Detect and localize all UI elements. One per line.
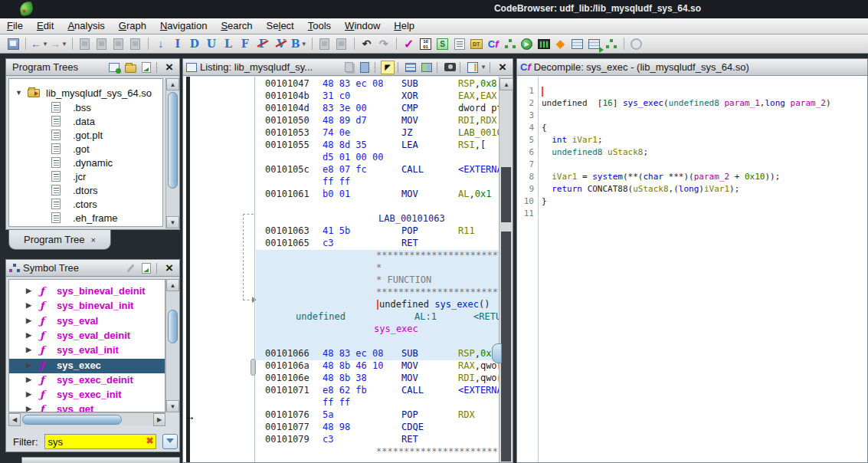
symbol-item-sys_eval_deinit[interactable]: ▶ƒsys_eval_deinit bbox=[9, 329, 165, 343]
tab-program-tree[interactable]: Program Tree × bbox=[8, 230, 111, 250]
expand-arrow-icon[interactable]: ▶ bbox=[26, 376, 31, 383]
menu-graph[interactable]: Graph bbox=[112, 18, 153, 34]
edit-pencil-icon[interactable] bbox=[123, 261, 137, 275]
letter-v-strike-icon[interactable]: V bbox=[273, 36, 290, 51]
menu-search[interactable]: Search bbox=[214, 18, 259, 34]
program-trees-header[interactable]: Program Trees × bbox=[6, 59, 179, 76]
menu-tools[interactable]: Tools bbox=[301, 18, 338, 34]
letter-u-icon[interactable]: U bbox=[204, 36, 219, 51]
edit-fields-icon[interactable] bbox=[404, 61, 418, 74]
decompile-header[interactable]: Cf Decompile: sys_exec - (lib_mysqludf_s… bbox=[517, 59, 867, 76]
menu-edit[interactable]: Edit bbox=[30, 18, 61, 34]
new-tree-icon[interactable] bbox=[107, 61, 121, 74]
decompile-line[interactable]: 1 bbox=[517, 86, 867, 98]
run-icon[interactable]: ▶ bbox=[519, 36, 535, 51]
page-arrow-icon-2[interactable] bbox=[94, 36, 110, 51]
listing-row[interactable]: * FUNCTION bbox=[256, 274, 499, 287]
listing-row[interactable]: ff ff bbox=[256, 397, 499, 409]
refresh-doc-icon-1[interactable] bbox=[317, 36, 332, 51]
listing-row[interactable]: undefinedAL:1<RETURN> bbox=[256, 311, 499, 323]
decompile-line[interactable]: 5 int iVar1; bbox=[517, 135, 867, 147]
decompile-line[interactable]: 3 bbox=[517, 110, 867, 123]
listing-row[interactable]: 00101065c3RET bbox=[256, 238, 499, 250]
diff-view-icon[interactable] bbox=[420, 61, 434, 74]
letter-b-icon[interactable]: B▼ bbox=[291, 36, 307, 51]
validate-check-icon[interactable]: ✓ bbox=[401, 36, 417, 51]
copy-icon[interactable] bbox=[342, 61, 355, 74]
listing-row[interactable]: 0010104d83 3e 00CMPdword ptr [RSI] bbox=[256, 103, 499, 115]
menu-window[interactable]: Window bbox=[338, 18, 387, 34]
save-icon[interactable] bbox=[5, 36, 21, 51]
listing-row[interactable]: 001010765aPOPRDX bbox=[256, 409, 499, 422]
export-symbols-icon[interactable] bbox=[139, 261, 153, 275]
listing-row[interactable]: 0010104748 83 ec 08SUBRSP,0x8 bbox=[256, 78, 499, 90]
expand-arrow-icon[interactable]: ▶ bbox=[26, 331, 31, 339]
expand-arrow-icon[interactable]: ▶ bbox=[26, 317, 31, 324]
listing-row[interactable]: **************************** bbox=[256, 287, 499, 299]
scrollbar-thumb[interactable] bbox=[168, 310, 178, 343]
filter-input[interactable] bbox=[44, 434, 156, 449]
listing-row[interactable]: 0010107748 98CDQE bbox=[256, 422, 499, 434]
close-icon[interactable]: × bbox=[162, 261, 176, 275]
listing-row[interactable]: 0010106648 83 ec 08SUBRSP,0x8 bbox=[256, 348, 499, 360]
symbol-item-sys_get[interactable]: ▶ƒsys_get bbox=[9, 402, 165, 412]
data-table-icon[interactable] bbox=[570, 36, 585, 51]
navigate-back-icon[interactable]: ←▼ bbox=[31, 36, 48, 51]
decompile-line[interactable]: 6 undefined8 uStack8; bbox=[517, 147, 867, 159]
listing-row[interactable]: 00101071e8 62 fbCALL<EXTERNAL> bbox=[256, 385, 499, 397]
diamond-icon[interactable]: ◆ bbox=[553, 36, 568, 51]
expand-arrow-icon[interactable]: ▶ bbox=[26, 346, 31, 353]
scroll-up-arrow[interactable]: ▲ bbox=[166, 279, 179, 291]
script-manager-icon[interactable]: S bbox=[435, 36, 450, 51]
scrollbar-thumb[interactable] bbox=[501, 167, 511, 222]
org-chart-icon[interactable] bbox=[604, 36, 619, 51]
scroll-right-arrow[interactable]: ▶ bbox=[153, 413, 165, 426]
memory-map-icon[interactable] bbox=[452, 36, 467, 51]
scroll-up-arrow[interactable]: ▲ bbox=[500, 78, 513, 90]
scroll-down-arrow[interactable]: ▼ bbox=[166, 216, 179, 228]
datatype-manager-icon[interactable]: DT bbox=[469, 36, 484, 51]
scrollbar-thumb[interactable] bbox=[501, 232, 511, 461]
symbol-item-sys_exec_deinit[interactable]: ▶ƒsys_exec_deinit bbox=[9, 373, 165, 388]
scrollbar-thumb[interactable] bbox=[168, 92, 178, 189]
paste-icon[interactable] bbox=[358, 61, 372, 74]
display-options-icon[interactable] bbox=[466, 61, 480, 74]
expand-arrow-icon[interactable]: ▶ bbox=[26, 390, 31, 398]
redo-icon[interactable]: ↷ bbox=[376, 36, 391, 51]
cursor-select-icon[interactable]: ◤ bbox=[381, 61, 395, 74]
listing-row[interactable]: 0010106e48 8b 38MOVRDI,qword ptr [RAX] bbox=[256, 373, 499, 385]
listing-row[interactable]: 0010105ce8 07 fcCALL<EXTERNAL> bbox=[256, 164, 499, 176]
decompile-line[interactable]: 11 bbox=[517, 209, 867, 221]
listing-header[interactable]: Listing: lib_mysqludf_sy... ◤ ▼ × bbox=[183, 59, 513, 76]
filter-clear-icon[interactable]: ✖ bbox=[146, 436, 153, 446]
decompile-line[interactable]: 9 return CONCAT88(uStack8,(long)iVar1); bbox=[517, 184, 867, 196]
navigate-forward-icon[interactable]: →▼ bbox=[50, 36, 67, 51]
symbol-item-sys_exec[interactable]: ▶ƒsys_exec bbox=[9, 359, 165, 373]
menu-file[interactable]: File bbox=[0, 18, 30, 34]
page-arrow-icon-3[interactable] bbox=[111, 36, 126, 51]
listing-row[interactable]: 0010106341 5bPOPR11 bbox=[256, 225, 499, 238]
listing-rows[interactable]: 0010104748 83 ec 08SUBRSP,0x80010104b31 … bbox=[256, 77, 499, 462]
disabled-circle-icon[interactable] bbox=[629, 36, 644, 51]
symbol-item-sys_eval[interactable]: ▶ƒsys_eval bbox=[9, 314, 165, 329]
symbol-item-sys_bineval_deinit[interactable]: ▶ƒsys_bineval_deinit bbox=[9, 284, 165, 299]
letter-i-icon[interactable]: I bbox=[170, 36, 185, 51]
page-arrow-icon-4[interactable] bbox=[128, 36, 143, 51]
scroll-up-arrow[interactable]: ▲ bbox=[166, 78, 179, 90]
close-icon[interactable]: × bbox=[162, 61, 176, 74]
scrollbar-thumb[interactable] bbox=[22, 415, 122, 425]
symbol-item-sys_bineval_init[interactable]: ▶ƒsys_bineval_init bbox=[9, 299, 165, 314]
symbol-tree[interactable]: ▶ƒsys_bineval_deinit▶ƒsys_bineval_init▶ƒ… bbox=[8, 279, 165, 412]
listing-row[interactable]: undefined sys_exec() bbox=[256, 299, 499, 311]
symbol-tree-header[interactable]: Symbol Tree × bbox=[6, 260, 179, 277]
symbol-item-sys_eval_init[interactable]: ▶ƒsys_eval_init bbox=[9, 343, 165, 358]
undo-icon[interactable]: ↶ bbox=[359, 36, 375, 51]
menu-analysis[interactable]: Analysis bbox=[61, 18, 111, 34]
save-tree-icon[interactable] bbox=[139, 61, 153, 74]
tab-close-icon[interactable]: × bbox=[91, 235, 96, 245]
listing-row[interactable]: sys_exec bbox=[256, 323, 499, 336]
dropdown-caret-icon[interactable]: ▼ bbox=[480, 64, 486, 71]
listing-row[interactable]: 00101079c3RET bbox=[256, 434, 499, 446]
refresh-doc-icon-2[interactable] bbox=[334, 36, 349, 51]
listing-row[interactable]: 0010105548 8d 35LEARSI,[ bbox=[256, 140, 499, 152]
